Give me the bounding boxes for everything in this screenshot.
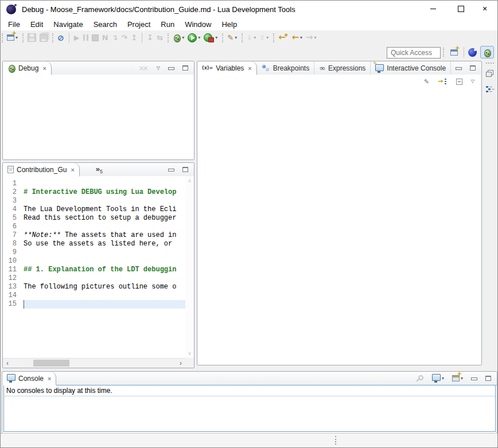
dropdown-arrow-icon[interactable]: ▾ [254,35,256,40]
show-type-names-button[interactable]: ✎ [422,75,431,88]
show-logical-structures-button[interactable] [436,75,449,88]
line-text[interactable] [24,248,185,257]
open-console-button[interactable]: ▾ [450,372,465,385]
save-button[interactable] [26,32,38,44]
line-number[interactable]: 8 [3,240,24,248]
scroll-right-icon[interactable]: › [176,359,185,367]
skip-all-breakpoints-button[interactable]: ⊘ [56,32,66,44]
line-number[interactable]: 2 [3,188,24,197]
line-number[interactable]: 14 [3,291,24,300]
view-menu-button[interactable]: ▽ [155,62,162,75]
status-bar-drag-handle[interactable] [335,436,336,445]
open-task-button[interactable]: ✎▾ [225,32,239,44]
line-text[interactable]: **Note:** The assets that are used in [24,231,185,240]
scroll-up-icon[interactable]: ∧ [188,178,192,184]
last-edit-location-button[interactable]: ←∗ [277,32,290,44]
use-step-filters-button[interactable]: ⇆ [155,32,165,44]
line-text[interactable]: The following pictures outline some o [24,283,185,291]
disconnect-button[interactable]: N [100,32,110,44]
view-menu-button[interactable]: ▽ [469,75,476,88]
back-button[interactable]: ←▾ [290,32,304,44]
forward-button[interactable]: →▾ [304,32,318,44]
menu-run[interactable]: Run [155,19,180,30]
line-number[interactable]: 11 [3,266,24,274]
open-perspective-button[interactable] [447,46,461,59]
terminate-button[interactable] [90,32,100,44]
window-maximize-button[interactable] [450,1,471,17]
maximize-button[interactable] [468,62,477,75]
line-number[interactable]: 15 [3,300,24,309]
line-text[interactable]: The Lua Development Tools in the Ecli [24,205,185,214]
tab-contribution-gu[interactable]: Contribution_Gu× [3,163,80,177]
tab-close-icon[interactable]: × [71,166,74,173]
step-into-button[interactable]: ↴ [110,32,120,44]
line-number[interactable]: 12 [3,274,24,283]
line-number[interactable]: 10 [3,257,24,266]
resume-button[interactable]: ▶ [72,32,81,44]
show-outline-button[interactable] [484,83,496,95]
window-minimize-button[interactable] [423,1,443,17]
line-number[interactable]: 3 [3,197,24,205]
scroll-left-icon[interactable]: ‹ [3,359,12,367]
tab-expressions[interactable]: ∞Expressions [314,61,371,75]
line-number[interactable]: 5 [3,214,24,223]
display-selected-console-button[interactable]: ▾ [430,372,446,385]
dropdown-arrow-icon[interactable]: ▾ [182,35,184,40]
line-text[interactable] [24,257,185,266]
trim-drag-handle[interactable] [486,63,494,64]
line-text[interactable] [24,197,185,205]
tab-close-icon[interactable]: × [42,65,46,72]
scrollbar-thumb[interactable] [33,360,69,367]
tab-interactive-console[interactable]: Interactive Console [371,61,451,75]
drop-to-frame-button[interactable]: ↧ [145,32,155,44]
minimize-button[interactable] [454,62,464,75]
line-text[interactable]: # Interactive DEBUG using Lua Develop [24,188,185,197]
line-number[interactable]: 9 [3,248,24,257]
lua-perspective-button[interactable] [465,46,479,59]
line-text[interactable] [24,223,185,231]
pin-console-button[interactable] [415,372,426,385]
editor-vertical-scrollbar[interactable]: ∧ ∨ [185,176,194,358]
dropdown-arrow-icon[interactable]: ▾ [215,35,217,40]
line-text[interactable]: Read this section to setup a debugger [24,214,185,223]
maximize-button[interactable] [484,372,493,385]
line-text[interactable] [24,274,185,283]
line-text[interactable]: ## 1. Explanation of the LDT debuggin [24,266,185,274]
suspend-button[interactable] [81,32,90,44]
debug-button[interactable]: ▾ [171,32,186,44]
scrollbar-track[interactable] [12,359,176,368]
line-text[interactable] [24,180,185,188]
dropdown-arrow-icon[interactable]: ▾ [442,376,444,381]
tab-debug[interactable]: Debug× [3,61,52,75]
tab-close-icon[interactable]: × [248,65,251,72]
remove-all-terminated-button[interactable]: ×× [137,62,150,75]
debug-perspective-button[interactable] [480,46,494,59]
line-text[interactable] [24,291,185,300]
dropdown-arrow-icon[interactable]: ▾ [198,35,200,40]
menu-window[interactable]: Window [180,19,216,30]
restore-view-button[interactable] [484,68,496,79]
debug-view-body[interactable] [3,75,194,159]
tab-console[interactable]: Console× [2,372,56,385]
line-text[interactable] [24,300,185,309]
tab-close-icon[interactable]: × [48,375,51,382]
line-number[interactable]: 7 [3,231,24,240]
minimize-button[interactable] [469,372,479,385]
dropdown-arrow-icon[interactable]: ▾ [300,35,302,40]
line-number[interactable]: 1 [3,180,24,188]
minimize-button[interactable] [166,62,176,75]
menu-project[interactable]: Project [122,19,155,30]
console-body[interactable]: No consoles to display at this time. [3,385,496,432]
save-all-button[interactable] [38,32,49,44]
maximize-button[interactable] [181,62,190,75]
menu-edit[interactable]: Edit [25,19,48,30]
line-text[interactable]: So use the assets as listed here, or [24,240,185,248]
run-button[interactable]: ▾ [186,32,202,44]
toolbar-drag-handle[interactable] [443,48,444,57]
line-number[interactable]: 4 [3,205,24,214]
quick-access-input[interactable] [387,47,441,59]
new-wizard-button[interactable]: ▾ [5,32,20,44]
collapse-all-button[interactable] [454,75,464,88]
dropdown-arrow-icon[interactable]: ▾ [235,35,237,40]
menu-navigate[interactable]: Navigate [48,19,88,30]
